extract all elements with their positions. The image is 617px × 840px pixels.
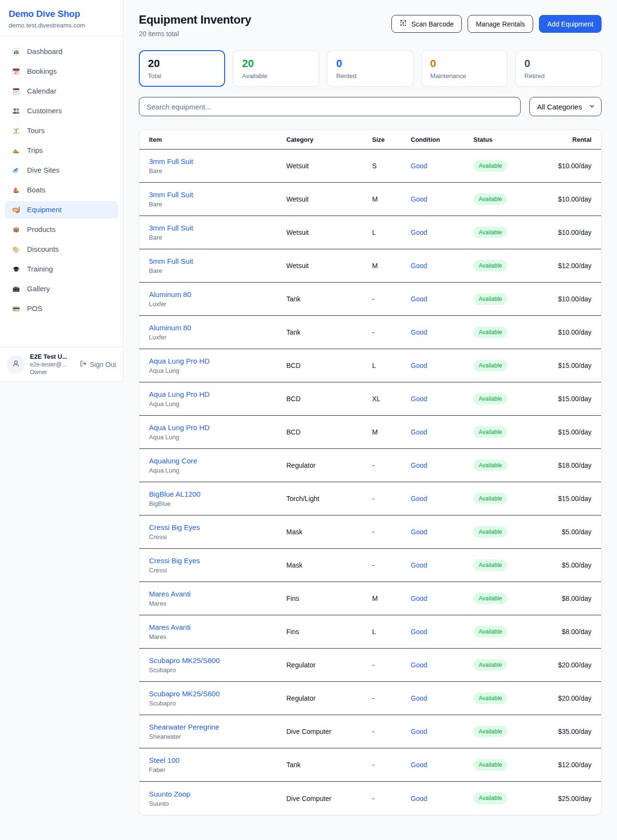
table-row[interactable]: BigBlue AL1200BigBlueTorch/Light-GoodAva… xyxy=(139,482,601,515)
sidebar-item-trips[interactable]: Trips xyxy=(5,142,118,159)
sidebar-item-pos[interactable]: POS xyxy=(5,300,118,317)
table-row[interactable]: Suunto ZoopSuuntoDive Computer-GoodAvail… xyxy=(139,782,601,815)
table-row[interactable]: Steel 100FaberTank-GoodAvailable$12.00/d… xyxy=(139,748,601,782)
item-name-link[interactable]: Suunto Zoop xyxy=(149,790,286,798)
table-row[interactable]: Scubapro MK25/S600ScubaproRegulator-Good… xyxy=(139,682,601,715)
stat-label: Rented xyxy=(336,72,404,80)
table-row[interactable]: Aluminum 80LuxferTank-GoodAvailable$10.0… xyxy=(139,283,601,316)
size-cell: - xyxy=(372,728,411,735)
condition-link[interactable]: Good xyxy=(411,495,427,502)
sidebar-item-label: Products xyxy=(27,225,55,234)
item-name-link[interactable]: Aqualung Core xyxy=(149,457,286,465)
condition-link[interactable]: Good xyxy=(411,661,427,669)
stat-card-rented[interactable]: 0Rented xyxy=(327,50,413,87)
table-row[interactable]: Shearwater PeregrineShearwaterDive Compu… xyxy=(139,715,601,748)
table-row[interactable]: 3mm Full SuitBareWetsuitMGoodAvailable$1… xyxy=(139,183,601,216)
add-equipment-button[interactable]: Add Equipment xyxy=(539,15,602,33)
item-name-link[interactable]: Aqua Lung Pro HD xyxy=(149,423,286,432)
item-name-link[interactable]: Aluminum 80 xyxy=(149,290,286,298)
stat-card-available[interactable]: 20Available xyxy=(233,50,319,87)
table-row[interactable]: 3mm Full SuitBareWetsuitSGoodAvailable$1… xyxy=(139,149,601,183)
item-name-link[interactable]: Mares Avanti xyxy=(149,590,286,598)
stat-card-total[interactable]: 20Total xyxy=(139,50,225,87)
condition-link[interactable]: Good xyxy=(411,229,427,236)
table-row[interactable]: Mares AvantiMaresFinsMGoodAvailable$8.00… xyxy=(139,582,601,615)
main-content: Equipment Inventory 20 items total Scan … xyxy=(123,0,617,815)
sign-out-button[interactable]: Sign Out xyxy=(80,360,116,369)
svg-text:17: 17 xyxy=(14,70,18,74)
condition-link[interactable]: Good xyxy=(411,195,427,203)
table-row[interactable]: Aqua Lung Pro HDAqua LungBCDXLGoodAvaila… xyxy=(139,382,601,416)
condition-link[interactable]: Good xyxy=(411,795,427,802)
table-row[interactable]: 3mm Full SuitBareWetsuitLGoodAvailable$1… xyxy=(139,216,601,249)
category-select[interactable]: All Categories xyxy=(529,97,602,116)
item-name-link[interactable]: BigBlue AL1200 xyxy=(149,490,286,498)
search-input[interactable] xyxy=(139,97,521,116)
condition-link[interactable]: Good xyxy=(411,761,427,769)
status-badge: Available xyxy=(473,493,507,504)
item-name-link[interactable]: Shearwater Peregrine xyxy=(149,723,286,731)
condition-link[interactable]: Good xyxy=(411,694,427,702)
table-row[interactable]: Aluminum 80LuxferTank-GoodAvailable$10.0… xyxy=(139,316,601,349)
status-cell: Available xyxy=(473,393,546,405)
item-name-link[interactable]: Scubapro MK25/S600 xyxy=(149,656,286,664)
item-name-link[interactable]: 3mm Full Suit xyxy=(149,190,286,199)
condition-link[interactable]: Good xyxy=(411,461,427,469)
category-cell: Regulator xyxy=(286,694,372,702)
condition-link[interactable]: Good xyxy=(411,295,427,303)
item-name-link[interactable]: Mares Avanti xyxy=(149,623,286,631)
item-name-link[interactable]: Steel 100 xyxy=(149,756,286,764)
item-name-link[interactable]: 3mm Full Suit xyxy=(149,157,286,165)
sidebar-item-dashboard[interactable]: Dashboard xyxy=(5,43,118,60)
item-cell: Cressi Big EyesCressi xyxy=(149,523,286,541)
item-name-link[interactable]: Aqua Lung Pro HD xyxy=(149,357,286,365)
sidebar-item-products[interactable]: Products xyxy=(5,221,118,238)
table-row[interactable]: Scubapro MK25/S600ScubaproRegulator-Good… xyxy=(139,649,601,682)
item-brand: Scubapro xyxy=(149,666,286,674)
scan-barcode-button[interactable]: Scan Barcode xyxy=(391,15,462,33)
item-name-link[interactable]: Aluminum 80 xyxy=(149,324,286,332)
condition-link[interactable]: Good xyxy=(411,428,427,436)
table-row[interactable]: Cressi Big EyesCressiMask-GoodAvailable$… xyxy=(139,549,601,582)
condition-link[interactable]: Good xyxy=(411,561,427,569)
table-row[interactable]: Aqua Lung Pro HDAqua LungBCDMGoodAvailab… xyxy=(139,416,601,449)
sidebar-item-equipment[interactable]: Equipment xyxy=(5,201,118,218)
condition-link[interactable]: Good xyxy=(411,728,427,735)
table-row[interactable]: Cressi Big EyesCressiMask-GoodAvailable$… xyxy=(139,515,601,549)
condition-link[interactable]: Good xyxy=(411,395,427,403)
item-cell: Scubapro MK25/S600Scubapro xyxy=(149,690,286,707)
item-name-link[interactable]: 3mm Full Suit xyxy=(149,224,286,232)
category-cell: Fins xyxy=(286,628,372,636)
sidebar-item-customers[interactable]: Customers xyxy=(5,102,118,120)
item-name-link[interactable]: 5mm Full Suit xyxy=(149,257,286,265)
item-name-link[interactable]: Cressi Big Eyes xyxy=(149,556,286,565)
condition-link[interactable]: Good xyxy=(411,362,427,369)
sidebar-item-dive-sites[interactable]: Dive Sites xyxy=(5,162,118,179)
condition-cell: Good xyxy=(411,528,473,536)
item-name-link[interactable]: Scubapro MK25/S600 xyxy=(149,690,286,698)
manage-rentals-button[interactable]: Manage Rentals xyxy=(468,15,533,33)
condition-link[interactable]: Good xyxy=(411,328,427,336)
condition-link[interactable]: Good xyxy=(411,595,427,602)
sidebar-item-boats[interactable]: Boats xyxy=(5,181,118,199)
table-row[interactable]: 5mm Full SuitBareWetsuitMGoodAvailable$1… xyxy=(139,249,601,283)
sidebar-item-tours[interactable]: Tours xyxy=(5,122,118,139)
sidebar-item-training[interactable]: Training xyxy=(5,260,118,278)
stat-card-retired[interactable]: 0Retired xyxy=(515,50,602,87)
condition-link[interactable]: Good xyxy=(411,628,427,636)
condition-link[interactable]: Good xyxy=(411,528,427,536)
sidebar-item-discounts[interactable]: Discounts xyxy=(5,241,118,258)
scan-barcode-label: Scan Barcode xyxy=(411,20,454,28)
item-name-link[interactable]: Cressi Big Eyes xyxy=(149,523,286,531)
condition-link[interactable]: Good xyxy=(411,162,427,170)
sidebar-item-calendar[interactable]: Calendar xyxy=(5,82,118,100)
item-cell: Steel 100Faber xyxy=(149,756,286,773)
table-row[interactable]: Aqualung CoreAqua LungRegulator-GoodAvai… xyxy=(139,449,601,482)
stat-card-maintenance[interactable]: 0Maintenance xyxy=(421,50,508,87)
item-name-link[interactable]: Aqua Lung Pro HD xyxy=(149,390,286,398)
condition-link[interactable]: Good xyxy=(411,262,427,270)
sidebar-item-bookings[interactable]: 17Bookings xyxy=(5,63,118,80)
sidebar-item-gallery[interactable]: Gallery xyxy=(5,280,118,298)
table-row[interactable]: Aqua Lung Pro HDAqua LungBCDLGoodAvailab… xyxy=(139,349,601,382)
table-row[interactable]: Mares AvantiMaresFinsLGoodAvailable$8.00… xyxy=(139,615,601,649)
